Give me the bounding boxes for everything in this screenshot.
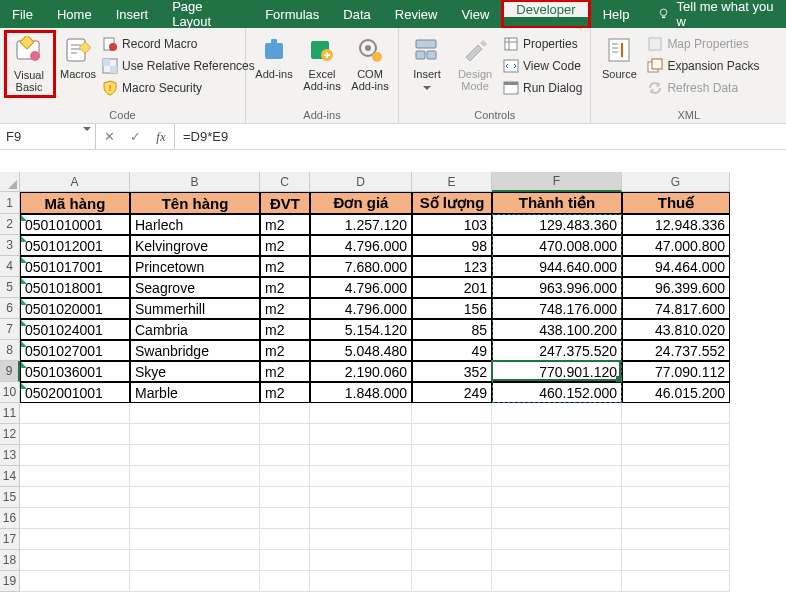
cell-A6[interactable]: 0501020001 bbox=[20, 298, 130, 319]
row-header-16[interactable]: 16 bbox=[0, 508, 20, 529]
tab-home[interactable]: Home bbox=[45, 0, 104, 28]
row-header-1[interactable]: 1 bbox=[0, 192, 20, 214]
relative-refs-button[interactable]: Use Relative References bbox=[100, 56, 257, 76]
addins-button[interactable]: Add-ins bbox=[252, 32, 296, 94]
cell-G14[interactable] bbox=[622, 466, 730, 487]
cell-C16[interactable] bbox=[260, 508, 310, 529]
cell-G3[interactable]: 47.000.800 bbox=[622, 235, 730, 256]
cell-D10[interactable]: 1.848.000 bbox=[310, 382, 412, 403]
tab-view[interactable]: View bbox=[449, 0, 501, 28]
cell-C18[interactable] bbox=[260, 550, 310, 571]
cell-G19[interactable] bbox=[622, 571, 730, 592]
cell-G2[interactable]: 12.948.336 bbox=[622, 214, 730, 235]
cell-F14[interactable] bbox=[492, 466, 622, 487]
cell-B18[interactable] bbox=[130, 550, 260, 571]
cell-A15[interactable] bbox=[20, 487, 130, 508]
run-dialog-button[interactable]: Run Dialog bbox=[501, 78, 584, 98]
row-header-14[interactable]: 14 bbox=[0, 466, 20, 487]
tab-file[interactable]: File bbox=[0, 0, 45, 28]
row-header-12[interactable]: 12 bbox=[0, 424, 20, 445]
cell-C2[interactable]: m2 bbox=[260, 214, 310, 235]
cell-B10[interactable]: Marble bbox=[130, 382, 260, 403]
cell-E5[interactable]: 201 bbox=[412, 277, 492, 298]
cell-F17[interactable] bbox=[492, 529, 622, 550]
cell-D17[interactable] bbox=[310, 529, 412, 550]
cell-C9[interactable]: m2 bbox=[260, 361, 310, 382]
cell-B2[interactable]: Harlech bbox=[130, 214, 260, 235]
cell-C7[interactable]: m2 bbox=[260, 319, 310, 340]
cell-E1[interactable]: Số lượng bbox=[412, 192, 492, 214]
cell-G12[interactable] bbox=[622, 424, 730, 445]
cell-B14[interactable] bbox=[130, 466, 260, 487]
row-header-11[interactable]: 11 bbox=[0, 403, 20, 424]
cell-F11[interactable] bbox=[492, 403, 622, 424]
row-header-7[interactable]: 7 bbox=[0, 319, 20, 340]
cell-E3[interactable]: 98 bbox=[412, 235, 492, 256]
col-header-B[interactable]: B bbox=[130, 172, 260, 192]
cell-D7[interactable]: 5.154.120 bbox=[310, 319, 412, 340]
cell-A17[interactable] bbox=[20, 529, 130, 550]
expansion-packs-button[interactable]: Expansion Packs bbox=[645, 56, 761, 76]
cell-B17[interactable] bbox=[130, 529, 260, 550]
cell-C8[interactable]: m2 bbox=[260, 340, 310, 361]
cell-F1[interactable]: Thành tiền bbox=[492, 192, 622, 214]
cell-A3[interactable]: 0501012001 bbox=[20, 235, 130, 256]
cell-G11[interactable] bbox=[622, 403, 730, 424]
tab-insert[interactable]: Insert bbox=[104, 0, 161, 28]
cell-G8[interactable]: 24.737.552 bbox=[622, 340, 730, 361]
cell-A5[interactable]: 0501018001 bbox=[20, 277, 130, 298]
map-properties-button[interactable]: Map Properties bbox=[645, 34, 761, 54]
cell-D9[interactable]: 2.190.060 bbox=[310, 361, 412, 382]
cell-A1[interactable]: Mã hàng bbox=[20, 192, 130, 214]
cancel-formula-button[interactable]: ✕ bbox=[96, 129, 122, 144]
cell-A8[interactable]: 0501027001 bbox=[20, 340, 130, 361]
cell-B4[interactable]: Princetown bbox=[130, 256, 260, 277]
cell-E2[interactable]: 103 bbox=[412, 214, 492, 235]
cell-G1[interactable]: Thuế bbox=[622, 192, 730, 214]
record-macro-button[interactable]: Record Macro bbox=[100, 34, 257, 54]
cell-D3[interactable]: 4.796.000 bbox=[310, 235, 412, 256]
cell-C19[interactable] bbox=[260, 571, 310, 592]
cell-C17[interactable] bbox=[260, 529, 310, 550]
row-header-15[interactable]: 15 bbox=[0, 487, 20, 508]
cell-E8[interactable]: 49 bbox=[412, 340, 492, 361]
enter-formula-button[interactable]: ✓ bbox=[122, 129, 148, 144]
cell-B7[interactable]: Cambria bbox=[130, 319, 260, 340]
cell-B6[interactable]: Summerhill bbox=[130, 298, 260, 319]
row-header-9[interactable]: 9 bbox=[0, 361, 20, 382]
row-header-3[interactable]: 3 bbox=[0, 235, 20, 256]
tab-page-layout[interactable]: Page Layout bbox=[160, 0, 253, 28]
cell-G16[interactable] bbox=[622, 508, 730, 529]
cell-A4[interactable]: 0501017001 bbox=[20, 256, 130, 277]
cell-D5[interactable]: 4.796.000 bbox=[310, 277, 412, 298]
cell-B11[interactable] bbox=[130, 403, 260, 424]
row-header-10[interactable]: 10 bbox=[0, 382, 20, 403]
cell-B9[interactable]: Skye bbox=[130, 361, 260, 382]
cell-B19[interactable] bbox=[130, 571, 260, 592]
col-header-D[interactable]: D bbox=[310, 172, 412, 192]
name-box-dropdown-icon[interactable] bbox=[83, 131, 91, 146]
cell-F6[interactable]: 748.176.000 bbox=[492, 298, 622, 319]
col-header-C[interactable]: C bbox=[260, 172, 310, 192]
cell-D14[interactable] bbox=[310, 466, 412, 487]
cell-G4[interactable]: 94.464.000 bbox=[622, 256, 730, 277]
name-box[interactable]: F9 bbox=[0, 124, 96, 149]
cell-C5[interactable]: m2 bbox=[260, 277, 310, 298]
cell-F10[interactable]: 460.152.000 bbox=[492, 382, 622, 403]
cell-E7[interactable]: 85 bbox=[412, 319, 492, 340]
col-header-G[interactable]: G bbox=[622, 172, 730, 192]
row-header-18[interactable]: 18 bbox=[0, 550, 20, 571]
cell-E13[interactable] bbox=[412, 445, 492, 466]
cell-D11[interactable] bbox=[310, 403, 412, 424]
cell-E11[interactable] bbox=[412, 403, 492, 424]
spreadsheet-grid[interactable]: 12345678910111213141516171819 ABCDEFG Mã… bbox=[0, 172, 786, 592]
cell-F3[interactable]: 470.008.000 bbox=[492, 235, 622, 256]
cell-A11[interactable] bbox=[20, 403, 130, 424]
cell-B16[interactable] bbox=[130, 508, 260, 529]
cell-A18[interactable] bbox=[20, 550, 130, 571]
formula-input[interactable]: =D9*E9 bbox=[175, 124, 786, 149]
macro-security-button[interactable]: ! Macro Security bbox=[100, 78, 257, 98]
cell-F12[interactable] bbox=[492, 424, 622, 445]
cell-G5[interactable]: 96.399.600 bbox=[622, 277, 730, 298]
cell-D12[interactable] bbox=[310, 424, 412, 445]
